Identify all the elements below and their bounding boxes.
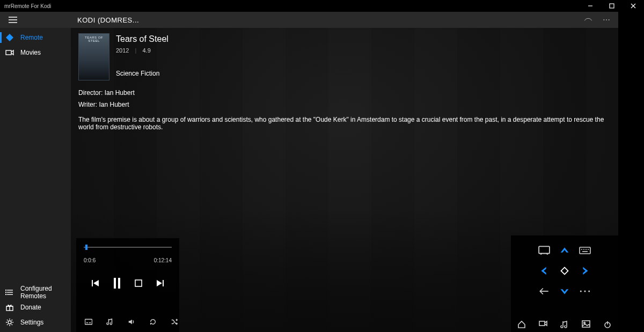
sidebar-item-label: Settings bbox=[20, 319, 43, 326]
subtitle-icon[interactable] bbox=[85, 318, 92, 326]
playback-controls bbox=[84, 278, 172, 288]
svg-rect-24 bbox=[135, 280, 142, 286]
music-icon[interactable] bbox=[560, 320, 569, 329]
home-icon[interactable] bbox=[517, 320, 526, 329]
svg-rect-25 bbox=[163, 280, 164, 286]
pause-button[interactable] bbox=[112, 278, 122, 288]
next-button[interactable] bbox=[155, 278, 165, 288]
remote-bottom-icons bbox=[517, 320, 612, 329]
audio-track-icon[interactable] bbox=[106, 318, 114, 326]
svg-point-14 bbox=[6, 290, 6, 291]
video-icon[interactable] bbox=[539, 320, 547, 329]
svg-point-9 bbox=[609, 19, 610, 20]
repeat-icon[interactable] bbox=[149, 318, 157, 326]
maximize-button[interactable] bbox=[601, 0, 623, 12]
back-icon[interactable] bbox=[536, 283, 553, 300]
window-title: mrRemote For Kodi bbox=[4, 3, 51, 9]
header-title: KODI (DOMRES... bbox=[77, 16, 139, 24]
dpad-left[interactable] bbox=[536, 262, 553, 279]
progress-bar[interactable] bbox=[84, 247, 172, 248]
playback-panel: 0:0:6 0:12:14 bbox=[76, 238, 179, 332]
previous-button[interactable] bbox=[91, 278, 100, 288]
sidebar: Remote Movies Configured Remotes bbox=[0, 28, 71, 332]
sidebar-item-label: Configured Remotes bbox=[20, 285, 71, 300]
main-content: TEARS OF STEEL Tears of Steel 2012 | 4.9… bbox=[71, 28, 618, 332]
svg-rect-29 bbox=[539, 246, 550, 253]
time-total: 0:12:14 bbox=[154, 257, 172, 263]
movie-rating: 4.9 bbox=[142, 47, 150, 54]
visibility-icon[interactable] bbox=[584, 16, 592, 24]
svg-point-38 bbox=[580, 290, 582, 292]
camera-icon bbox=[5, 48, 14, 57]
list-icon bbox=[5, 288, 14, 297]
movie-plot: The film's premise is about a group of w… bbox=[78, 116, 604, 131]
sidebar-item-movies[interactable]: Movies bbox=[0, 45, 71, 60]
writer-line: Writer: Ian Hubert bbox=[78, 99, 611, 110]
svg-rect-22 bbox=[114, 278, 116, 289]
playback-secondary-controls bbox=[84, 318, 172, 328]
svg-point-20 bbox=[8, 321, 11, 324]
movie-detail: TEARS OF STEEL Tears of Steel 2012 | 4.9… bbox=[71, 28, 618, 136]
poster-text: TEARS OF STEEL bbox=[79, 36, 109, 42]
sidebar-item-configured-remotes[interactable]: Configured Remotes bbox=[0, 285, 71, 300]
svg-rect-10 bbox=[6, 50, 11, 55]
sidebar-item-donate[interactable]: Donate bbox=[0, 300, 71, 315]
movie-genre: Science Fiction bbox=[116, 70, 169, 77]
dpad-right[interactable] bbox=[576, 262, 594, 279]
svg-rect-26 bbox=[85, 319, 92, 324]
svg-rect-42 bbox=[582, 321, 590, 327]
svg-rect-41 bbox=[539, 321, 545, 326]
sidebar-item-settings[interactable]: Settings bbox=[0, 315, 71, 330]
svg-point-15 bbox=[6, 292, 6, 293]
sidebar-item-label: Remote bbox=[20, 34, 43, 41]
volume-icon[interactable] bbox=[128, 318, 135, 326]
dpad-ok[interactable] bbox=[556, 262, 573, 279]
svg-point-40 bbox=[588, 290, 590, 292]
svg-rect-21 bbox=[92, 280, 93, 286]
movie-meta: 2012 | 4.9 bbox=[116, 47, 169, 54]
svg-rect-30 bbox=[580, 247, 590, 254]
gift-icon bbox=[5, 303, 14, 312]
movie-poster[interactable]: TEARS OF STEEL bbox=[78, 33, 109, 80]
pictures-icon[interactable] bbox=[582, 320, 590, 329]
window-controls bbox=[580, 0, 644, 12]
dpad-up[interactable] bbox=[556, 242, 573, 259]
power-icon[interactable] bbox=[603, 320, 612, 329]
movie-year: 2012 bbox=[116, 47, 129, 54]
svg-rect-1 bbox=[610, 4, 614, 8]
svg-point-43 bbox=[584, 322, 586, 324]
right-edge bbox=[618, 12, 644, 332]
keyboard-icon[interactable] bbox=[576, 242, 594, 259]
close-button[interactable] bbox=[623, 0, 644, 12]
kodi-icon bbox=[5, 33, 14, 42]
osd-icon[interactable] bbox=[536, 242, 553, 259]
header: KODI (DOMRES... bbox=[0, 12, 618, 28]
minimize-button[interactable] bbox=[580, 0, 601, 12]
svg-point-8 bbox=[606, 19, 607, 20]
director-line: Director: Ian Hubert bbox=[78, 87, 611, 99]
svg-point-7 bbox=[603, 19, 604, 20]
more-icon[interactable] bbox=[602, 16, 611, 24]
sidebar-item-remote[interactable]: Remote bbox=[0, 30, 71, 45]
sidebar-item-label: Movies bbox=[20, 49, 41, 56]
svg-point-39 bbox=[584, 290, 586, 292]
svg-rect-23 bbox=[118, 278, 120, 289]
stop-button[interactable] bbox=[134, 278, 143, 288]
svg-point-16 bbox=[6, 294, 6, 295]
dpad-down[interactable] bbox=[556, 283, 573, 300]
titlebar: mrRemote For Kodi bbox=[0, 0, 644, 12]
gear-icon bbox=[5, 318, 14, 327]
progress-thumb[interactable] bbox=[85, 245, 87, 250]
svg-rect-36 bbox=[561, 268, 568, 275]
movie-title: Tears of Steel bbox=[116, 34, 169, 44]
hamburger-menu-button[interactable] bbox=[2, 12, 24, 28]
remote-dpad-panel bbox=[511, 235, 618, 332]
context-menu-icon[interactable] bbox=[576, 283, 594, 300]
sidebar-item-label: Donate bbox=[20, 304, 41, 311]
time-elapsed: 0:0:6 bbox=[84, 257, 96, 263]
shuffle-icon[interactable] bbox=[171, 318, 178, 326]
